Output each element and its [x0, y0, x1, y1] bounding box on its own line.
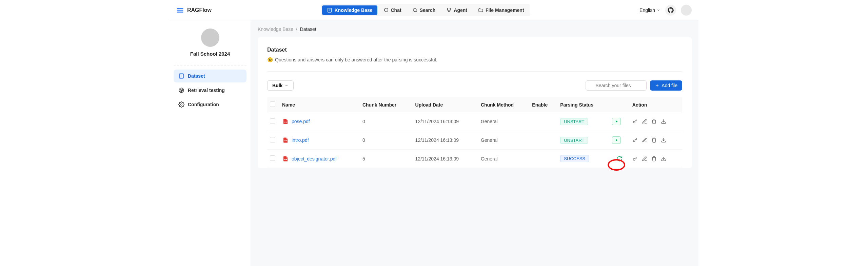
th-status: Parsing Status [557, 97, 609, 112]
page-title: Dataset [267, 47, 682, 53]
download-icon [661, 137, 666, 143]
reparse-button[interactable] [612, 156, 627, 162]
search-icon [412, 7, 418, 13]
delete-button[interactable] [651, 119, 657, 124]
th-chunks: Chunk Number [360, 97, 413, 112]
page-note-text: Questions and answers can only be answer… [275, 57, 437, 62]
rename-button[interactable] [632, 119, 638, 124]
file-name-link[interactable]: PDFpose.pdf [282, 118, 357, 125]
edit-button[interactable] [642, 119, 647, 124]
cell-method: General [478, 150, 529, 168]
nav-fm-label: File Management [486, 7, 524, 13]
file-name-link[interactable]: PDFintro.pdf [282, 137, 357, 143]
trash-icon [651, 156, 657, 162]
user-avatar[interactable] [681, 5, 692, 16]
table-row: PDFintro.pdf 0 12/11/2024 16:13:09 Gener… [267, 131, 682, 150]
nav-knowledge-base[interactable]: Knowledge Base [322, 5, 377, 15]
language-label: English [639, 7, 655, 13]
nav-kb-label: Knowledge Base [334, 7, 372, 13]
delete-button[interactable] [651, 137, 657, 143]
plus-icon [655, 83, 659, 88]
svg-text:PDF: PDF [284, 158, 287, 160]
edit-icon [642, 156, 647, 162]
svg-point-15 [633, 140, 635, 141]
pdf-icon: PDF [282, 118, 289, 125]
rename-button[interactable] [632, 137, 638, 143]
edit-button[interactable] [642, 156, 647, 162]
dataset-icon [178, 73, 184, 79]
table-row: PDFpose.pdf 0 12/11/2024 16:13:09 Genera… [267, 112, 682, 131]
svg-point-17 [633, 158, 635, 160]
kb-title: Fall School 2024 [174, 51, 246, 57]
svg-text:PDF: PDF [284, 121, 287, 123]
file-name-link[interactable]: PDFobject_designator.pdf [282, 156, 357, 162]
nav-file-mgmt[interactable]: File Management [473, 5, 529, 15]
language-selector[interactable]: English [639, 7, 660, 13]
sidebar-item-label: Dataset [188, 73, 205, 79]
download-button[interactable] [661, 156, 666, 162]
nav-agent-label: Agent [454, 7, 467, 13]
sidebar-item-dataset[interactable]: Dataset [174, 70, 246, 82]
rename-button[interactable] [632, 156, 638, 162]
dataset-table: Name Chunk Number Upload Date Chunk Meth… [267, 97, 682, 168]
edit-button[interactable] [642, 137, 647, 143]
row-actions [632, 156, 679, 162]
download-button[interactable] [661, 119, 666, 124]
trash-icon [651, 119, 657, 124]
checkbox-all[interactable] [270, 101, 275, 107]
sidebar-item-retrieval[interactable]: Retrieval testing [174, 84, 246, 97]
row-actions [632, 119, 679, 124]
parse-button[interactable] [612, 136, 621, 144]
cell-chunks: 0 [360, 131, 413, 150]
breadcrumb-root[interactable]: Knowledge Base [258, 26, 293, 32]
download-button[interactable] [661, 137, 666, 143]
nav-chat[interactable]: Chat [379, 5, 406, 15]
sidebar-item-config[interactable]: Configuration [174, 98, 246, 111]
parse-button[interactable] [612, 118, 621, 125]
row-checkbox[interactable] [270, 118, 275, 124]
status-badge: SUCCESS [560, 155, 589, 162]
nav-search[interactable]: Search [408, 5, 440, 15]
pdf-icon: PDF [282, 137, 289, 143]
divider [267, 71, 682, 72]
cell-method: General [478, 112, 529, 131]
wink-icon: 😉 [267, 57, 273, 62]
breadcrumb: Knowledge Base / Dataset [258, 26, 692, 32]
search-input[interactable] [586, 80, 647, 91]
svg-point-13 [633, 121, 635, 123]
brand-logo-icon [176, 6, 184, 14]
gear-icon [178, 101, 184, 108]
nav-agent[interactable]: Agent [441, 5, 472, 15]
row-checkbox[interactable] [270, 137, 275, 142]
github-button[interactable] [665, 5, 676, 16]
play-icon [614, 119, 618, 124]
divider [174, 65, 246, 65]
github-icon [668, 7, 674, 13]
row-actions [632, 137, 679, 143]
add-file-label: Add file [662, 83, 677, 88]
bulk-button[interactable]: Bulk [267, 80, 294, 91]
sidebar-item-label: Configuration [188, 102, 219, 107]
chat-icon [383, 7, 389, 13]
svg-point-4 [450, 8, 451, 9]
key-icon [632, 156, 638, 162]
key-icon [632, 119, 638, 124]
th-enable: Enable [529, 97, 557, 112]
chevron-down-icon [656, 8, 660, 12]
kb-avatar [201, 28, 219, 47]
row-checkbox[interactable] [270, 155, 275, 161]
svg-text:PDF: PDF [284, 140, 287, 141]
svg-point-9 [181, 90, 182, 91]
target-icon [178, 87, 184, 93]
chevron-down-icon [284, 83, 289, 88]
pdf-icon: PDF [282, 156, 289, 162]
add-file-button[interactable]: Add file [650, 80, 682, 91]
main-nav: Knowledge Base Chat Search Agent File Ma… [321, 4, 530, 16]
delete-button[interactable] [651, 156, 657, 162]
sidebar-item-label: Retrieval testing [188, 88, 225, 93]
cell-method: General [478, 131, 529, 150]
status-badge: UNSTART [560, 118, 588, 125]
svg-point-10 [181, 104, 182, 106]
th-date: Upload Date [413, 97, 478, 112]
key-icon [632, 137, 638, 143]
